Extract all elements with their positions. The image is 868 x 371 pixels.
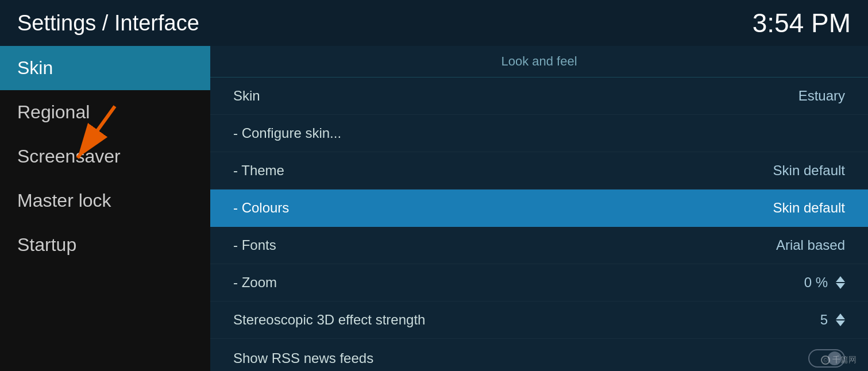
setting-label-configure-skin: - Configure skin... xyxy=(233,125,845,141)
setting-row-skin[interactable]: Skin Estuary xyxy=(210,78,868,115)
setting-row-stereoscopic[interactable]: Stereoscopic 3D effect strength 5 xyxy=(210,302,868,339)
header: Settings / Interface 3:54 PM xyxy=(0,0,868,46)
sidebar-item-screensaver-label: Screensaver xyxy=(17,146,121,167)
sidebar-item-skin-label: Skin xyxy=(17,57,53,78)
setting-row-theme[interactable]: - Theme Skin default xyxy=(210,152,868,190)
page-title: Settings / Interface xyxy=(17,11,199,36)
sidebar-item-master-lock[interactable]: Master lock xyxy=(0,179,210,223)
section-title: Look and feel xyxy=(501,54,577,68)
sidebar-item-regional[interactable]: Regional xyxy=(0,90,210,134)
sidebar-item-master-lock-label: Master lock xyxy=(17,190,111,211)
setting-label-skin: Skin xyxy=(233,88,798,104)
sidebar-item-screensaver[interactable]: Screensaver xyxy=(0,134,210,179)
zoom-stepper[interactable] xyxy=(836,276,845,289)
setting-label-fonts: - Fonts xyxy=(233,237,776,253)
setting-value-fonts: Arial based xyxy=(776,237,845,253)
setting-value-zoom: 0 % xyxy=(804,275,845,291)
setting-row-configure-skin[interactable]: - Configure skin... xyxy=(210,115,868,152)
setting-row-rss[interactable]: Show RSS news feeds xyxy=(210,339,868,371)
setting-row-colours[interactable]: - Colours Skin default xyxy=(210,190,868,227)
watermark-text: 千篇网 xyxy=(832,355,857,365)
setting-label-theme: - Theme xyxy=(233,163,773,179)
setting-row-fonts[interactable]: - Fonts Arial based xyxy=(210,227,868,264)
zoom-up-arrow[interactable] xyxy=(836,276,845,282)
stereoscopic-stepper[interactable] xyxy=(836,314,845,326)
sidebar: Skin Regional Screensaver Master lock St… xyxy=(0,46,210,371)
setting-value-skin: Estuary xyxy=(798,88,845,104)
setting-value-stereoscopic: 5 xyxy=(820,312,845,328)
watermark-icon: © xyxy=(821,355,830,365)
setting-value-theme: Skin default xyxy=(773,163,845,179)
sidebar-item-startup[interactable]: Startup xyxy=(0,223,210,267)
setting-label-colours: - Colours xyxy=(233,200,773,216)
clock: 3:54 PM xyxy=(753,7,851,38)
sidebar-item-startup-label: Startup xyxy=(17,234,76,255)
section-header: Look and feel xyxy=(210,46,868,78)
sidebar-item-regional-label: Regional xyxy=(17,102,90,122)
settings-list: Skin Estuary - Configure skin... - Theme… xyxy=(210,78,868,371)
main-content: Skin Regional Screensaver Master lock St… xyxy=(0,46,868,371)
setting-value-colours: Skin default xyxy=(773,200,845,216)
setting-row-zoom[interactable]: - Zoom 0 % xyxy=(210,264,868,302)
stereoscopic-down-arrow[interactable] xyxy=(836,320,845,326)
setting-label-zoom: - Zoom xyxy=(233,275,804,291)
stereoscopic-up-arrow[interactable] xyxy=(836,314,845,319)
zoom-value: 0 % xyxy=(804,275,828,291)
right-panel: Look and feel Skin Estuary - Configure s… xyxy=(210,46,868,371)
zoom-down-arrow[interactable] xyxy=(836,283,845,289)
setting-label-stereoscopic: Stereoscopic 3D effect strength xyxy=(233,312,820,328)
sidebar-item-skin[interactable]: Skin xyxy=(0,46,210,90)
stereoscopic-value: 5 xyxy=(820,312,828,328)
setting-label-rss: Show RSS news feeds xyxy=(233,350,808,366)
watermark: © 千篇网 xyxy=(821,355,857,365)
